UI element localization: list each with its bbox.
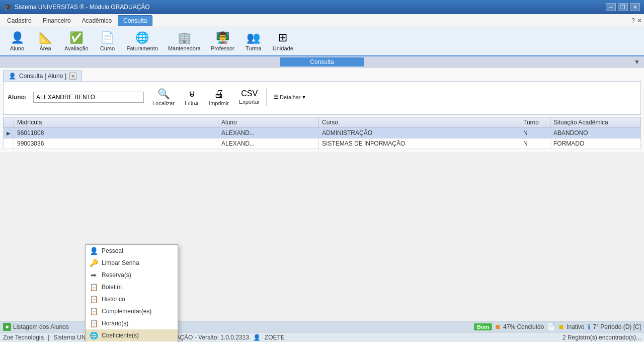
detalhar-icon: ≡ bbox=[273, 92, 279, 102]
menu-financeiro[interactable]: Financeiro bbox=[38, 16, 76, 26]
cell-situacao: FORMADO bbox=[550, 139, 641, 149]
cell-situacao: ABANDONO bbox=[550, 128, 641, 139]
menu-historico[interactable]: 📋 Histórico bbox=[86, 293, 178, 305]
ribbon-area[interactable]: 📐 Área bbox=[32, 29, 58, 53]
row-arrow-icon: ▶ bbox=[7, 130, 11, 136]
app-title: Sistema UNIVERSITAS ® - Módulo GRADUAÇÃO bbox=[15, 4, 150, 11]
exportar-icon: CSV bbox=[241, 89, 258, 98]
ribbon-faturamento[interactable]: 🌐 Faturamento bbox=[123, 29, 162, 53]
cell-matricula: 96011008 bbox=[14, 128, 218, 139]
reservas-icon: ➡ bbox=[90, 271, 98, 279]
pessoal-icon: 👤 bbox=[90, 247, 98, 255]
filtrar-button[interactable]: ⊌ Filtrar bbox=[180, 86, 203, 108]
avaliacao-label: Avaliação bbox=[64, 45, 89, 51]
row-arrow-cell: ▶ bbox=[4, 128, 14, 139]
unidade-icon: ⊞ bbox=[278, 31, 287, 44]
toolbar: 🔍 Localizar ⊌ Filtrar 🖨 Imprimir CSV Exp… bbox=[146, 85, 312, 109]
doc-tab-close-button[interactable]: ✕ bbox=[69, 73, 76, 80]
tab-consulta[interactable]: Consulta bbox=[280, 57, 364, 66]
menu-limpar-senha[interactable]: 🔑 Limpar Senha bbox=[86, 257, 178, 269]
tabbar-dropdown[interactable]: ▼ bbox=[634, 58, 642, 65]
data-table: Matrícula Aluno Curso Turno Situação Aca… bbox=[3, 117, 641, 149]
status-label: Inativo bbox=[567, 323, 584, 330]
historico-icon: 📋 bbox=[90, 295, 98, 303]
file-icon: 📄 bbox=[547, 323, 555, 331]
historico-label: Histórico bbox=[102, 296, 125, 303]
menu-coeficientes[interactable]: 🌐 Coeficiente(s) bbox=[86, 329, 178, 341]
complementares-icon: 📋 bbox=[90, 307, 98, 315]
aluno-icon: 👤 bbox=[11, 31, 24, 44]
imprimir-button[interactable]: 🖨 Imprimir bbox=[204, 86, 233, 108]
table-container: Matrícula Aluno Curso Turno Situação Aca… bbox=[3, 117, 641, 149]
ribbon-professor[interactable]: 👨‍🏫 Professor bbox=[207, 29, 238, 53]
coeficientes-icon: 🌐 bbox=[90, 331, 98, 339]
col-header-curso[interactable]: Curso bbox=[319, 117, 520, 128]
table-row[interactable]: 99003036 ALEXAND... SISTEMAS DE INFORMAÇ… bbox=[4, 139, 641, 149]
titlebar: 🎓 Sistema UNIVERSITAS ® - Módulo GRADUAÇ… bbox=[0, 0, 644, 14]
boletim-label: Boletim bbox=[102, 284, 122, 291]
cell-turno: N bbox=[520, 139, 550, 149]
ribbon-mantenedora[interactable]: 🏢 Mantenedora bbox=[164, 29, 205, 53]
horarios-icon: 📋 bbox=[90, 319, 98, 327]
table-row[interactable]: ▶ 96011008 ALEXAND... ADMINISTRAÇÃO N AB… bbox=[4, 128, 641, 139]
detalhar-dropdown-icon: ▼ bbox=[302, 95, 306, 100]
cell-aluno: ALEXAND... bbox=[218, 128, 319, 139]
faturamento-icon: 🌐 bbox=[135, 31, 149, 44]
menubar: Cadastro Financeiro Acadêmico Consulta ?… bbox=[0, 14, 644, 27]
unidade-label: Unidade bbox=[273, 45, 293, 51]
menu-consulta[interactable]: Consulta bbox=[118, 15, 152, 26]
close-icon: ✕ bbox=[637, 17, 642, 24]
localizar-button[interactable]: 🔍 Localizar bbox=[148, 86, 179, 108]
col-header-matricula[interactable]: Matrícula bbox=[14, 117, 218, 128]
titlebar-left: 🎓 Sistema UNIVERSITAS ® - Módulo GRADUAÇ… bbox=[4, 4, 150, 11]
menu-academico[interactable]: Acadêmico bbox=[77, 16, 117, 26]
col-header-empty bbox=[4, 117, 14, 128]
period-label: 7° Período (D) [C] bbox=[593, 323, 641, 330]
ribbon-turma[interactable]: 👥 Turma bbox=[240, 29, 267, 53]
orange-icon: ■ bbox=[495, 322, 500, 331]
ribbon-curso[interactable]: 📄 Curso bbox=[95, 29, 121, 53]
listagem-label: Listagem dos Alunos bbox=[13, 323, 69, 330]
menu-pessoal[interactable]: 👤 Pessoal bbox=[86, 245, 178, 257]
menu-complementares[interactable]: 📋 Complementar(es) bbox=[86, 305, 178, 317]
menubar-right: ? ✕ bbox=[631, 17, 642, 24]
close-button[interactable]: ✕ bbox=[630, 3, 640, 11]
limpar-senha-icon: 🔑 bbox=[90, 259, 98, 267]
mantenedora-icon: 🏢 bbox=[178, 31, 191, 44]
detalhar-button[interactable]: ≡ Detalhar ▼ bbox=[269, 90, 310, 105]
col-header-turno[interactable]: Turno bbox=[520, 117, 550, 128]
minimize-button[interactable]: ─ bbox=[606, 3, 616, 11]
cell-aluno: ALEXAND... bbox=[218, 139, 319, 149]
professor-label: Professor bbox=[211, 45, 234, 51]
ribbon-avaliacao[interactable]: ✅ Avaliação bbox=[60, 29, 93, 53]
cell-matricula: 99003036 bbox=[14, 139, 218, 149]
taskbar-user: ZOETE bbox=[265, 334, 285, 341]
row-arrow-cell bbox=[4, 139, 14, 149]
coeficientes-label: Coeficiente(s) bbox=[102, 332, 139, 339]
complementares-label: Complementar(es) bbox=[102, 308, 151, 315]
ribbon-aluno[interactable]: 👤 Aluno bbox=[4, 29, 30, 53]
yellow-icon: ■ bbox=[558, 322, 564, 331]
menu-horarios[interactable]: 📋 Horário(s) bbox=[86, 317, 178, 329]
ribbon-unidade[interactable]: ⊞ Unidade bbox=[269, 29, 297, 53]
app-icon: 🎓 bbox=[4, 4, 12, 11]
imprimir-icon: 🖨 bbox=[214, 88, 224, 100]
menu-reservas[interactable]: ➡ Reserva(s) bbox=[86, 269, 178, 281]
toolbar-sep bbox=[266, 88, 267, 106]
filtrar-icon: ⊌ bbox=[189, 88, 195, 99]
area-icon: 📐 bbox=[39, 31, 52, 44]
col-header-aluno[interactable]: Aluno bbox=[218, 117, 319, 128]
mantenedora-label: Mantenedora bbox=[168, 45, 201, 51]
menu-cadastro[interactable]: Cadastro bbox=[2, 16, 37, 26]
col-header-situacao[interactable]: Situação Acadêmica bbox=[550, 117, 641, 128]
status-info: 2 Registro(s) encontrado(s)... bbox=[562, 334, 641, 341]
curso-icon: 📄 bbox=[101, 31, 114, 44]
exportar-button[interactable]: CSV Exportar bbox=[234, 87, 265, 107]
avaliacao-icon: ✅ bbox=[69, 31, 83, 44]
aluno-search-input[interactable] bbox=[33, 92, 144, 103]
taskbar-sep1: | bbox=[48, 334, 49, 341]
form-area: Aluno: 🔍 Localizar ⊌ Filtrar 🖨 Imprim bbox=[3, 81, 641, 115]
restore-button[interactable]: ❐ bbox=[618, 3, 628, 11]
context-menu: 👤 Pessoal 🔑 Limpar Senha ➡ Reserva(s) 📋 … bbox=[85, 244, 178, 342]
menu-boletim[interactable]: 📋 Boletim bbox=[86, 281, 178, 293]
